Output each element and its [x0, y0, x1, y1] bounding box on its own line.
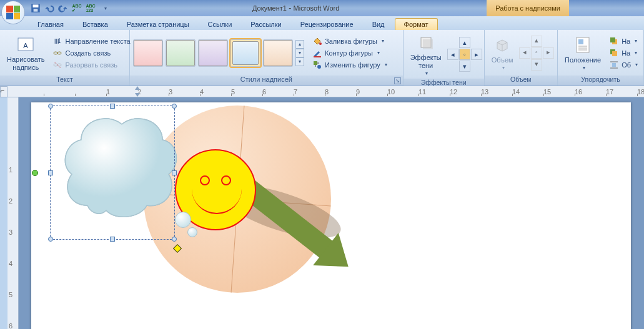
break-link-button[interactable]: Разорвать связь [50, 59, 132, 71]
svg-text:lll: lll [54, 37, 59, 45]
vertical-ruler[interactable]: 12345678 [7, 97, 19, 329]
document-area[interactable] [19, 97, 644, 329]
gallery-down-icon[interactable]: ▾ [295, 49, 304, 57]
tilt-center-icon[interactable]: ◦ [531, 47, 542, 59]
draw-textbox-label: Нарисовать надпись [7, 56, 44, 71]
gallery-scroll: ▴ ▾ ▾ [295, 40, 304, 66]
create-link-button[interactable]: Создать связь [50, 47, 132, 59]
horizontal-ruler-row: ⌐ 123456789101112131415161718 [0, 86, 644, 97]
svg-point-6 [54, 52, 57, 54]
page [31, 102, 631, 329]
group-textbox-styles: ▴ ▾ ▾ Заливка фигуры Контур фигуры Измен… [130, 30, 404, 86]
smiley-mouth-icon [192, 189, 242, 214]
smiley-eye-right-icon [221, 175, 231, 185]
spellcheck-alt-icon[interactable]: ABC123 [85, 2, 96, 14]
svg-point-7 [57, 52, 61, 54]
group-arrange: Положение На На Об Упорядочить [558, 30, 644, 86]
gallery-up-icon[interactable]: ▴ [295, 40, 304, 49]
redo-icon[interactable] [57, 2, 69, 14]
undo-icon[interactable] [44, 2, 55, 14]
nudge-down-icon[interactable]: ▾ [459, 61, 470, 72]
style-swatch-3[interactable] [198, 39, 228, 67]
tab-review[interactable]: Рецензирование [292, 19, 362, 30]
tilt-right-icon[interactable]: ▸ [543, 47, 554, 59]
style-gallery: ▴ ▾ ▾ [133, 39, 304, 67]
wrap-label: Об [622, 61, 631, 69]
svg-rect-26 [612, 63, 616, 67]
tilt-down-icon[interactable]: ▾ [531, 59, 542, 71]
shadow-icon [416, 32, 436, 52]
group-text-label: Текст [0, 76, 129, 86]
position-label: Положение [565, 56, 601, 64]
tab-references[interactable]: Ссылки [199, 19, 241, 30]
gallery-more-icon[interactable]: ▾ [295, 57, 304, 66]
send-back-label: На [622, 49, 630, 57]
nudge-up-icon[interactable]: ▴ [459, 37, 470, 48]
handle-se[interactable] [172, 237, 177, 242]
styles-launcher-icon[interactable]: ↘ [394, 77, 401, 84]
text-wrap-button[interactable]: Об [607, 59, 640, 71]
group-styles-label: Стили надписей↘ [130, 76, 403, 86]
ribbon-tabs: Главная Вставка Разметка страницы Ссылки… [0, 16, 644, 30]
svg-rect-25 [612, 51, 617, 56]
tab-view[interactable]: Вид [364, 19, 394, 30]
pen-icon [312, 48, 322, 58]
handle-sw[interactable] [48, 237, 53, 242]
cloud-tail-bubble-1-icon [175, 212, 191, 228]
style-swatch-2[interactable] [166, 39, 196, 67]
bring-front-button[interactable]: На [607, 36, 640, 47]
shadow-effects-button[interactable]: Эффекты тени [407, 31, 445, 77]
position-button[interactable]: Положение [561, 34, 605, 72]
tab-home[interactable]: Главная [29, 19, 72, 30]
svg-rect-18 [578, 39, 583, 44]
ruler-corner[interactable]: ⌐ [0, 86, 7, 97]
text-direction-label: Направление текста [65, 37, 130, 45]
3d-label: Объем [492, 56, 513, 64]
handle-n[interactable] [110, 104, 115, 109]
nudge-center-icon[interactable]: ◦ [459, 49, 470, 60]
bring-front-label: На [622, 37, 630, 45]
3d-effects-button[interactable]: Объем [488, 34, 517, 72]
shape-fill-label: Заливка фигуры [325, 37, 377, 45]
office-button[interactable] [1, 1, 25, 24]
rotation-handle[interactable] [32, 170, 38, 176]
handle-nw[interactable] [48, 104, 53, 109]
text-direction-icon: lll [52, 36, 62, 46]
nudge-left-icon[interactable]: ◂ [447, 49, 458, 60]
shape-outline-button[interactable]: Контур фигуры [310, 47, 390, 59]
handle-s[interactable] [110, 237, 115, 242]
bring-front-icon [609, 36, 619, 46]
svg-rect-1 [33, 4, 39, 7]
style-swatch-5[interactable] [263, 39, 293, 67]
change-shape-button[interactable]: Изменить фигуру [310, 59, 390, 71]
tilt-left-icon[interactable]: ◂ [519, 47, 530, 59]
change-shape-icon [312, 60, 322, 70]
tilt-up-icon[interactable]: ▴ [531, 36, 542, 47]
svg-point-11 [319, 42, 322, 45]
shape-fill-button[interactable]: Заливка фигуры [310, 36, 390, 47]
create-link-label: Создать связь [65, 49, 111, 57]
qat-customize-icon[interactable] [99, 2, 110, 14]
tab-mailings[interactable]: Рассылки [242, 19, 290, 30]
send-back-button[interactable]: На [607, 47, 640, 59]
nudge-right-icon[interactable]: ▸ [471, 49, 482, 60]
quick-access-toolbar: ABC✔ ABC123 [30, 2, 110, 14]
selection-box [50, 106, 175, 240]
tab-insert[interactable]: Вставка [74, 19, 117, 30]
cloud-tail-bubble-2-icon [187, 227, 197, 237]
3d-tilt-grid: ▴ ◂ ◦ ▸ ▾ [519, 36, 554, 71]
horizontal-ruler[interactable]: 123456789101112131415161718 [19, 86, 644, 97]
handle-w[interactable] [48, 170, 53, 175]
group-3d: Объем ▴ ◂ ◦ ▸ ▾ Объем [485, 30, 558, 86]
handle-e[interactable] [172, 170, 177, 175]
tab-format[interactable]: Формат [395, 18, 438, 30]
spellcheck-icon[interactable]: ABC✔ [71, 2, 82, 14]
text-direction-button[interactable]: lll Направление текста [50, 36, 132, 47]
save-icon[interactable] [30, 2, 41, 14]
group-3d-label: Объем [485, 76, 557, 86]
style-swatch-1[interactable] [133, 39, 163, 67]
draw-textbox-button[interactable]: A Нарисовать надпись [3, 33, 48, 72]
handle-ne[interactable] [172, 104, 177, 109]
tab-page-layout[interactable]: Разметка страницы [118, 19, 198, 30]
style-swatch-4[interactable] [230, 39, 260, 67]
